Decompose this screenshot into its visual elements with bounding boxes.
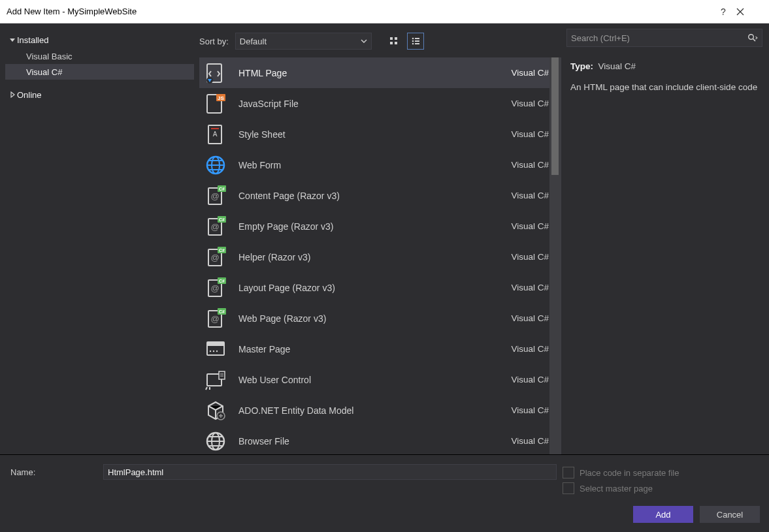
main-area: Installed Visual Basic Visual C# Online … (0, 23, 769, 454)
template-list-scroll[interactable]: HTML PageVisual C#JavaScript FileVisual … (199, 57, 561, 454)
template-name: Web Form (238, 160, 485, 170)
template-name: Empty Page (Razor v3) (238, 221, 485, 232)
tree-online[interactable]: Online (5, 86, 194, 103)
svg-rect-1 (395, 37, 397, 40)
svg-rect-7 (415, 40, 419, 42)
template-icon (205, 399, 227, 422)
svg-point-6 (412, 40, 414, 42)
template-lang: Visual C# (497, 436, 549, 446)
template-lang: Visual C# (497, 129, 549, 139)
template-name: Web Page (Razor v3) (238, 313, 485, 324)
svg-point-8 (412, 43, 414, 45)
window-title: Add New Item - MySimpleWebSite (7, 7, 710, 16)
sort-value: Default (240, 37, 267, 46)
template-icon (205, 369, 227, 391)
template-name: Master Page (238, 344, 485, 354)
template-lang: Visual C# (497, 313, 549, 323)
name-input[interactable] (103, 464, 557, 480)
search-input[interactable]: Search (Ctrl+E) (566, 29, 762, 47)
template-icon (205, 123, 227, 146)
template-lang: Visual C# (497, 160, 549, 170)
template-lang: Visual C# (497, 405, 549, 415)
help-button[interactable]: ? (710, 7, 736, 17)
collapsed-arrow-icon (8, 91, 17, 98)
template-icon (205, 154, 227, 176)
template-name: Web User Control (238, 375, 485, 385)
template-icon (205, 215, 227, 238)
template-name: Browser File (238, 436, 485, 446)
chevron-down-icon (361, 38, 367, 44)
name-label: Name: (10, 467, 95, 477)
sort-combo[interactable]: Default (235, 33, 372, 50)
template-row[interactable]: HTML PageVisual C# (199, 57, 561, 88)
cancel-button[interactable]: Cancel (700, 506, 760, 523)
template-row[interactable]: Empty Page (Razor v3)Visual C# (199, 211, 561, 242)
search-placeholder: Search (Ctrl+E) (571, 33, 747, 43)
search-icon (747, 33, 758, 42)
template-row[interactable]: JavaScript FileVisual C# (199, 88, 561, 119)
select-master-checkbox: Select master page (563, 482, 760, 494)
template-row[interactable]: Helper (Razor v3)Visual C# (199, 242, 561, 272)
grid-view-button[interactable] (386, 33, 402, 49)
scrollbar-thumb[interactable] (551, 57, 559, 175)
template-icon (205, 185, 227, 207)
list-view-button[interactable] (407, 33, 424, 50)
scrollbar[interactable] (549, 57, 561, 454)
add-button[interactable]: Add (633, 506, 693, 523)
expanded-arrow-icon (8, 37, 17, 43)
svg-line-11 (753, 39, 756, 42)
template-name: Layout Page (Razor v3) (238, 283, 485, 293)
template-name: ADO.NET Entity Data Model (238, 405, 485, 416)
description-text: An HTML page that can include client-sid… (570, 81, 760, 94)
template-row[interactable]: Master PageVisual C# (199, 334, 561, 364)
tree-item-visual-basic[interactable]: Visual Basic (5, 48, 194, 64)
svg-rect-9 (415, 43, 419, 44)
svg-point-4 (412, 38, 414, 40)
tree-installed[interactable]: Installed (5, 31, 194, 48)
close-button[interactable] (736, 8, 762, 16)
category-tree: Installed Visual Basic Visual C# Online (0, 23, 199, 454)
svg-point-10 (749, 35, 754, 40)
template-icon (205, 307, 227, 330)
template-row[interactable]: Style SheetVisual C# (199, 119, 561, 149)
footer: Name: Place code in separate file Select… (0, 454, 769, 532)
svg-rect-2 (390, 42, 393, 44)
template-lang: Visual C# (497, 191, 549, 200)
type-value: Visual C# (598, 61, 636, 71)
template-icon (205, 338, 227, 360)
template-name: Helper (Razor v3) (238, 252, 485, 262)
dialog-window: Add New Item - MySimpleWebSite ? Install… (0, 0, 769, 532)
template-lang: Visual C# (497, 99, 549, 108)
template-name: Content Page (Razor v3) (238, 191, 485, 201)
tree-item-visual-csharp[interactable]: Visual C# (5, 64, 194, 80)
template-lang: Visual C# (497, 68, 549, 78)
template-lang: Visual C# (497, 375, 549, 384)
template-icon (205, 93, 227, 115)
template-name: JavaScript File (238, 99, 485, 109)
sort-toolbar: Sort by: Default (199, 23, 561, 57)
separate-file-checkbox: Place code in separate file (563, 467, 760, 478)
tree-label: Installed (17, 35, 48, 45)
template-lang: Visual C# (497, 283, 549, 292)
svg-rect-3 (395, 42, 397, 44)
template-row[interactable]: Browser FileVisual C# (199, 426, 561, 454)
checkbox-icon (563, 482, 574, 494)
template-description: Type: Visual C# An HTML page that can in… (561, 51, 769, 102)
svg-rect-0 (390, 37, 393, 40)
template-name: Style Sheet (238, 129, 485, 140)
type-label: Type: (570, 61, 593, 71)
template-row[interactable]: Web FormVisual C# (199, 149, 561, 180)
template-row[interactable]: Web Page (Razor v3)Visual C# (199, 303, 561, 334)
template-icon (205, 430, 227, 452)
sort-label: Sort by: (199, 37, 230, 46)
template-name: HTML Page (238, 68, 485, 78)
template-icon (205, 62, 227, 84)
template-icon (205, 277, 227, 299)
template-row[interactable]: Content Page (Razor v3)Visual C# (199, 180, 561, 211)
details-panel: Search (Ctrl+E) Type: Visual C# An HTML … (561, 23, 769, 454)
template-lang: Visual C# (497, 344, 549, 354)
template-row[interactable]: Layout Page (Razor v3)Visual C# (199, 272, 561, 303)
template-row[interactable]: ADO.NET Entity Data ModelVisual C# (199, 395, 561, 426)
template-panel: Sort by: Default HTML PageVisual C#JavaS… (199, 23, 561, 454)
template-row[interactable]: Web User ControlVisual C# (199, 364, 561, 395)
